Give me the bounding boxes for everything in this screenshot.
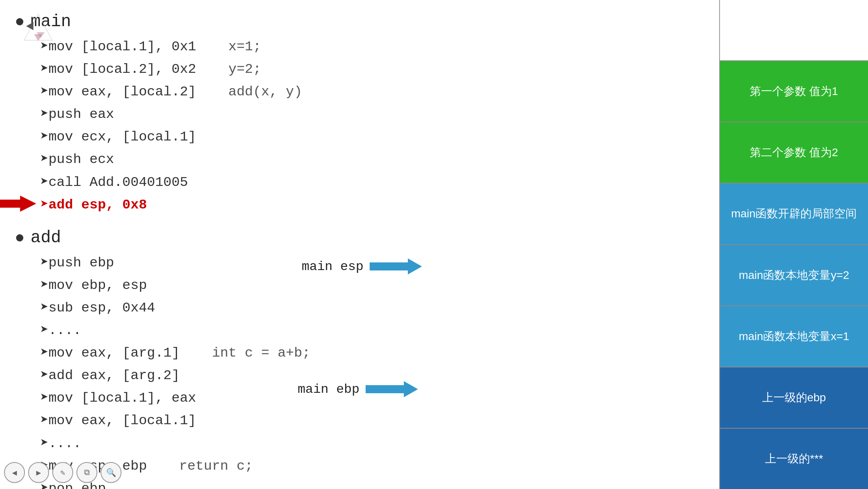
stack-cell-7: 上一级的ebp [720,367,868,429]
stack-cell-3-label: 第二个参数 值为2 [750,145,838,160]
stack-cell-5-label: main函数本地变量y=2 [739,268,849,283]
line-text-add5: ➤mov eax, [arg.1] [40,342,180,364]
comment-main3: add(x, y) [228,80,302,103]
main-container: main ➤mov [local.1], 0x1 x=1; ➤mov [loca… [0,0,868,489]
stack-cell-7-label: 上一级的ebp [762,390,826,405]
nav-back-button[interactable]: ◀ [4,462,25,483]
line-text-add9: ➤.... [40,432,81,455]
nav-zoom-button[interactable]: 🔍 [101,462,121,483]
comment-main1: x=1; [228,35,261,58]
nav-edit-button[interactable]: ✎ [52,462,73,483]
stack-cell-8: 上一级的*** [720,429,868,489]
stack-cell-6: main函数本地变量x=1 [720,306,868,367]
stack-cell-5: main函数本地变量y=2 [720,245,868,306]
code-line-main2: ➤mov [local.2], 0x2 y=2; [40,58,703,80]
stack-cell-2-label: 第一个参数 值为1 [750,84,838,99]
main-esp-arrow-svg [370,258,422,275]
add-header: add [16,228,703,248]
comment-add5: int c = a+b; [212,342,311,364]
svg-marker-2 [366,381,418,397]
line-text-main2: ➤mov [local.2], 0x2 [40,58,196,80]
main-ebp-arrow-group: main ebp [298,380,418,398]
code-line-add5: ➤mov eax, [arg.1] int c = a+b; [40,342,703,364]
line-text-main5: ➤mov ecx, [local.1] [40,126,196,148]
stack-panel: 第一个参数 值为1 第二个参数 值为2 main函数开辟的局部空间 main函数… [719,0,868,489]
code-line-add9: ➤.... [40,432,703,455]
code-line-add11: ➤pop ebp [40,477,703,489]
code-line-main7: ➤call Add.00401005 [40,171,703,194]
decorative-triangle [22,12,54,46]
code-line-main4: ➤push eax [40,103,703,126]
line-text-add1: ➤push ebp [40,252,114,274]
code-panel: main ➤mov [local.1], 0x1 x=1; ➤mov [loca… [0,0,719,489]
main-code-lines: ➤mov [local.1], 0x1 x=1; ➤mov [local.2],… [16,35,703,216]
svg-marker-0 [0,196,36,212]
line-text-add6: ➤add eax, [arg.2] [40,364,180,387]
comment-add10: return c; [179,455,253,477]
main-esp-arrow-group: main esp [302,258,422,275]
line-text-main7: ➤call Add.00401005 [40,171,188,194]
code-line-main3: ➤mov eax, [local.2] add(x, y) [40,80,703,103]
line-text-add2: ➤mov ebp, esp [40,274,147,297]
code-line-add10: ➤mov esp, ebp return c; [40,455,703,477]
red-arrow-svg [0,194,36,214]
line-text-main1: ➤mov [local.1], 0x1 [40,35,196,58]
line-text-main4: ➤push eax [40,103,114,126]
code-line-add4: ➤.... [40,319,703,342]
stack-cell-4-label: main函数开辟的局部空间 [731,206,857,221]
stack-cell-6-label: main函数本地变量x=1 [739,329,849,344]
line-text-add4: ➤.... [40,319,81,342]
nav-copy-button[interactable]: ⧉ [76,462,97,483]
code-line-main8: ➤add esp, 0x8 [40,194,147,216]
main-section: main ➤mov [local.1], 0x1 x=1; ➤mov [loca… [16,12,703,216]
stack-cell-1 [720,0,868,61]
main-ebp-label: main ebp [298,382,360,397]
main-header: main [16,12,703,31]
comment-main2: y=2; [228,58,261,80]
code-line-add2: ➤mov ebp, esp [40,274,703,297]
add-header-label: add [31,228,61,248]
code-line-main1: ➤mov [local.1], 0x1 x=1; [40,35,703,58]
main-esp-label: main esp [302,259,364,274]
line-text-add3: ➤sub esp, 0x44 [40,297,155,319]
main-ebp-arrow-svg [366,380,418,398]
code-line-main5: ➤mov ecx, [local.1] [40,126,703,148]
code-line-add8: ➤mov eax, [local.1] [40,409,703,432]
stack-cell-3: 第二个参数 值为2 [720,122,868,184]
bullet-dot-add [16,234,23,241]
stack-cell-8-label: 上一级的*** [765,451,823,466]
stack-cell-2: 第一个参数 值为1 [720,61,868,122]
stack-cell-4: main函数开辟的局部空间 [720,184,868,245]
line-text-add7: ➤mov [local.1], eax [40,387,196,409]
line-text-main8: ➤add esp, 0x8 [40,194,147,216]
triangle-svg [22,12,54,44]
add-code-lines: ➤push ebp ➤mov ebp, esp ➤sub esp, 0x44 ➤… [16,252,703,489]
line-text-main6: ➤push ecx [40,148,114,171]
code-line-main6: ➤push ecx [40,148,703,171]
line-text-main3: ➤mov eax, [local.2] [40,80,196,103]
svg-marker-1 [370,258,422,274]
line-text-add8: ➤mov eax, [local.1] [40,409,196,432]
code-line-main8-wrapper: ➤add esp, 0x8 [40,194,703,216]
red-arrow-indicator [0,194,36,216]
nav-forward-button[interactable]: ▶ [28,462,49,483]
code-line-add3: ➤sub esp, 0x44 [40,297,703,319]
nav-buttons: ◀ ▶ ✎ ⧉ 🔍 [4,462,121,483]
